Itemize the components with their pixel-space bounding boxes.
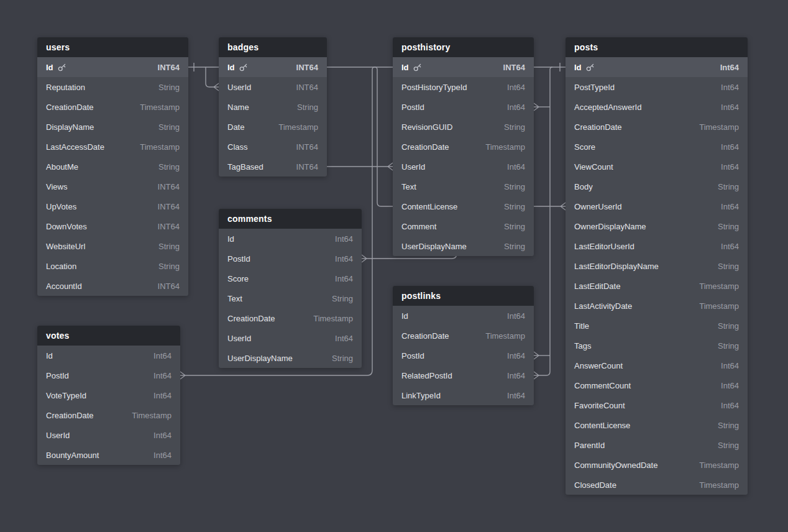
field-name-label: RelatedPostId: [401, 371, 452, 380]
field-row-postlinks-RelatedPostId: RelatedPostIdInt64: [393, 365, 534, 385]
field-name-label: Text: [401, 182, 416, 191]
table-title-badges[interactable]: badges: [219, 37, 327, 57]
field-type-label: INT64: [158, 182, 180, 191]
table-users[interactable]: usersIdINT64ReputationStringCreationDate…: [37, 37, 188, 296]
field-name-label: AboutMe: [46, 162, 78, 172]
field-type-label: String: [158, 162, 180, 172]
field-row-posthistory-UserDisplayName: UserDisplayNameString: [393, 236, 534, 256]
field-type-label: Int64: [153, 431, 172, 440]
field-type-label: Int64: [721, 381, 739, 390]
field-row-comments-CreationDate: CreationDateTimestamp: [219, 308, 362, 328]
field-row-users-Views: ViewsINT64: [37, 177, 188, 196]
field-name-label: Id: [401, 63, 409, 72]
field-type-label: INT64: [296, 162, 318, 172]
field-type-label: Int64: [721, 242, 739, 251]
field-name-label: OwnerDisplayName: [574, 222, 646, 231]
field-type-label: String: [504, 182, 525, 191]
field-name-label: PostId: [227, 254, 250, 264]
table-comments[interactable]: commentsIdInt64PostIdInt64ScoreInt64Text…: [219, 209, 362, 368]
table-title-postlinks[interactable]: postlinks: [393, 286, 534, 306]
field-type-label: INT64: [296, 142, 318, 152]
field-name-label: ContentLicense: [574, 421, 630, 430]
field-row-postlinks-PostId: PostIdInt64: [393, 346, 534, 365]
table-title-users[interactable]: users: [37, 37, 188, 57]
field-name-label: CreationDate: [227, 314, 275, 323]
field-type-label: String: [718, 262, 739, 271]
field-name-label: UserId: [401, 162, 425, 172]
table-title-posts[interactable]: posts: [566, 37, 748, 57]
field-row-posts-ParentId: ParentIdString: [566, 435, 748, 455]
field-row-posts-PostTypeId: PostTypeIdInt64: [566, 77, 748, 97]
field-name-label: LastEditorUserId: [574, 242, 635, 251]
field-type-label: String: [504, 242, 525, 251]
field-row-users-DisplayName: DisplayNameString: [37, 117, 188, 137]
wire-posts-postlinks-related: [539, 67, 552, 375]
field-row-comments-UserDisplayName: UserDisplayNameString: [219, 348, 362, 368]
field-name-label: TagBased: [227, 162, 263, 172]
field-type-label: String: [504, 222, 525, 231]
field-type-label: Int64: [335, 234, 353, 244]
field-type-label: Int64: [153, 451, 172, 460]
field-row-posthistory-ContentLicense: ContentLicenseString: [393, 196, 534, 216]
field-row-posts-OwnerDisplayName: OwnerDisplayNameString: [566, 216, 748, 236]
field-row-posts-CreationDate: CreationDateTimestamp: [566, 117, 748, 137]
field-name-label: LastActivityDate: [574, 301, 632, 311]
field-type-label: String: [718, 182, 739, 191]
field-type-label: String: [718, 321, 739, 331]
field-row-badges-Class: ClassINT64: [219, 137, 327, 157]
field-row-posts-LastEditorUserId: LastEditorUserIdInt64: [566, 236, 748, 256]
field-name-label: Class: [227, 142, 248, 152]
field-name-label: PostTypeId: [574, 83, 615, 92]
table-badges[interactable]: badgesIdINT64UserIdINT64NameStringDateTi…: [219, 37, 327, 177]
field-type-label: Int64: [507, 103, 525, 112]
field-type-label: Int64: [721, 83, 739, 92]
field-name-label: CreationDate: [46, 103, 94, 112]
field-type-label: Timestamp: [313, 314, 353, 323]
field-name-label: DisplayName: [46, 122, 94, 132]
field-type-label: String: [504, 122, 525, 132]
field-row-users-CreationDate: CreationDateTimestamp: [37, 97, 188, 117]
field-type-label: Int64: [335, 274, 353, 283]
field-type-label: Timestamp: [140, 142, 180, 152]
field-name-label: ParentId: [574, 441, 605, 450]
field-row-comments-Text: TextString: [219, 288, 362, 308]
primary-key-icon: [239, 63, 248, 71]
field-name-label: Text: [227, 294, 242, 303]
field-type-label: Timestamp: [699, 282, 739, 291]
table-title-comments[interactable]: comments: [219, 209, 362, 229]
field-row-comments-Score: ScoreInt64: [219, 268, 362, 288]
field-type-label: Timestamp: [699, 480, 739, 490]
field-type-label: String: [504, 202, 525, 211]
field-type-label: INT64: [158, 222, 180, 231]
marker-many-users-posts-owner: [561, 203, 566, 210]
field-name-label: AcceptedAnswerId: [574, 103, 641, 112]
field-type-label: String: [718, 441, 739, 450]
field-type-label: INT64: [296, 83, 318, 92]
table-title-votes[interactable]: votes: [37, 326, 180, 346]
field-name-label: Score: [574, 142, 595, 152]
field-type-label: Int64: [721, 361, 739, 370]
field-type-label: Int64: [335, 334, 353, 343]
field-type-label: Int64: [507, 162, 525, 172]
field-name-label: PostHistoryTypeId: [401, 83, 467, 92]
field-type-label: Int64: [507, 83, 525, 92]
table-posthistory[interactable]: posthistoryIdINT64PostHistoryTypeIdInt64…: [393, 37, 534, 256]
table-title-posthistory[interactable]: posthistory: [393, 37, 534, 57]
field-type-label: String: [158, 122, 180, 132]
field-row-users-LastAccessDate: LastAccessDateTimestamp: [37, 137, 188, 157]
field-row-posts-OwnerUserId: OwnerUserIdInt64: [566, 196, 748, 216]
field-name-label: CommunityOwnedDate: [574, 461, 657, 470]
field-name-label: ViewCount: [574, 162, 613, 172]
marker-many-comments-posts: [362, 255, 367, 262]
field-name-label: Location: [46, 262, 76, 271]
field-name-label: Id: [401, 311, 408, 321]
table-posts[interactable]: postsIdInt64PostTypeIdInt64AcceptedAnswe…: [566, 37, 748, 495]
field-name-label: VoteTypeId: [46, 391, 86, 400]
field-name-label: UserId: [227, 83, 251, 92]
field-type-label: Int64: [720, 63, 739, 72]
table-postlinks[interactable]: postlinksIdInt64CreationDateTimestampPos…: [393, 286, 534, 405]
table-votes[interactable]: votesIdInt64PostIdInt64VoteTypeIdInt64Cr…: [37, 326, 180, 465]
field-name-label: Id: [227, 63, 235, 72]
field-type-label: Int64: [153, 351, 172, 360]
field-name-label: CreationDate: [401, 331, 449, 341]
